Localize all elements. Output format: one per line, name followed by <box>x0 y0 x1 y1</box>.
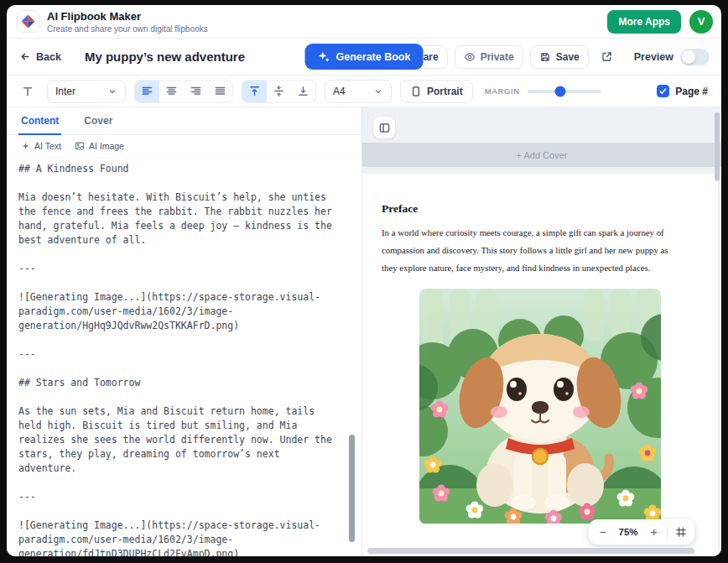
font-family-value: Inter <box>55 86 75 97</box>
external-link-icon <box>601 50 613 63</box>
sparkle-icon <box>21 142 30 151</box>
align-right-button[interactable] <box>184 81 208 102</box>
align-left-button[interactable] <box>135 81 159 102</box>
tab-cover[interactable]: Cover <box>84 115 112 134</box>
image-icon <box>75 141 85 151</box>
save-label: Save <box>556 51 580 63</box>
text-style-button[interactable] <box>17 81 39 102</box>
check-icon <box>658 86 668 96</box>
vertical-align-group <box>242 80 316 103</box>
puppy-illustration-svg <box>419 289 661 524</box>
valign-top-button[interactable] <box>242 81 267 102</box>
editor-tab-bar: Content Cover <box>7 107 361 135</box>
preview-toggle-group: Preview <box>634 49 710 65</box>
zoom-in-button[interactable]: + <box>643 521 664 543</box>
editor-block: ![Generating Image...](https://space-sto… <box>18 290 337 333</box>
generate-book-label: Generate Book <box>336 51 411 63</box>
valign-bottom-icon <box>297 85 309 97</box>
generate-book-button[interactable]: Generate Book <box>305 44 424 70</box>
preview-pane: + Add Cover Preface In a world where cur… <box>362 107 721 556</box>
ai-text-label: AI Text <box>34 141 61 151</box>
page-body: In a world where curiosity meets courage… <box>382 224 682 277</box>
align-center-icon <box>165 85 178 97</box>
fit-to-page-button[interactable] <box>670 521 691 543</box>
font-family-select[interactable]: Inter <box>47 80 126 103</box>
preview-toggle[interactable] <box>680 49 710 65</box>
editor-block: As the sun sets, Mia and Biscuit return … <box>18 404 337 476</box>
editor-block: ![Generating Image...](https://space-sto… <box>18 519 337 556</box>
open-external-button[interactable] <box>595 45 619 69</box>
book-panel-icon <box>378 122 391 134</box>
private-label: Private <box>481 51 514 63</box>
zoom-out-button[interactable]: − <box>592 521 613 543</box>
page-number-control: Page # <box>657 85 711 97</box>
header-right: More Apps V <box>607 10 713 34</box>
tab-content[interactable]: Content <box>21 115 59 134</box>
ai-text-button[interactable]: AI Text <box>21 141 61 151</box>
orientation-button[interactable]: Portrait <box>400 80 473 103</box>
preview-vertical-scrollbar[interactable] <box>715 112 720 181</box>
text-style-icon <box>21 85 34 98</box>
ai-toolbar: AI Text AI Image <box>7 135 361 158</box>
margin-slider[interactable] <box>528 90 601 93</box>
back-button[interactable]: Back <box>18 50 61 63</box>
margin-control: MARGIN <box>485 86 601 96</box>
preview-label: Preview <box>634 51 673 63</box>
toggle-knob <box>682 50 695 64</box>
zoom-controls: − 75% + <box>589 519 694 545</box>
user-avatar[interactable]: V <box>689 10 713 34</box>
page-size-select[interactable]: A4 <box>325 80 392 103</box>
align-left-icon <box>141 85 153 97</box>
align-justify-icon <box>214 85 226 97</box>
valign-bottom-button[interactable] <box>291 81 315 102</box>
valign-middle-button[interactable] <box>267 81 291 102</box>
valign-top-icon <box>248 85 261 97</box>
align-right-icon <box>190 85 202 97</box>
ai-image-label: AI Image <box>89 141 124 151</box>
align-center-button[interactable] <box>159 81 184 102</box>
book-page: Preface In a world where curiosity meets… <box>362 174 718 556</box>
private-button[interactable]: Private <box>455 45 523 69</box>
document-actions: Share Private Save <box>384 45 710 69</box>
main-area: Content Cover AI Text <box>7 107 721 556</box>
editor-block: --- <box>18 347 337 362</box>
editor-block: --- <box>18 262 337 276</box>
zoom-divider <box>667 525 668 539</box>
document-title: My puppy’s new adventure <box>85 50 245 64</box>
eye-icon <box>464 51 476 63</box>
sparkles-icon <box>318 50 330 63</box>
app-window: AI Flipbook Maker Create and share your … <box>7 5 721 556</box>
back-label: Back <box>36 51 61 63</box>
toggle-pages-panel-button[interactable] <box>373 117 395 138</box>
editor-block: Mia doesn’t hesitate. With Biscuit’s hel… <box>18 190 337 248</box>
margin-label: MARGIN <box>485 86 520 96</box>
save-button[interactable]: Save <box>530 45 589 69</box>
more-apps-button[interactable]: More Apps <box>607 10 681 34</box>
app-subtitle: Create and share your own digital flipbo… <box>47 24 208 34</box>
preview-horizontal-scrollbar[interactable] <box>367 548 694 554</box>
puppy-illustration <box>419 289 661 524</box>
align-justify-button[interactable] <box>208 81 232 102</box>
markdown-editor[interactable]: ## A Kindness Found Mia doesn’t hesitate… <box>7 158 351 556</box>
ai-image-button[interactable]: AI Image <box>75 141 124 151</box>
app-title: AI Flipbook Maker <box>47 10 208 23</box>
editor-block: ## Stars and Tomorrow <box>18 376 337 390</box>
document-toolbar: Back My puppy’s new adventure Generate B… <box>7 39 721 76</box>
page-number-label: Page # <box>675 86 708 97</box>
screen: AI Flipbook Maker Create and share your … <box>0 0 728 563</box>
page-number-checkbox[interactable] <box>657 85 669 97</box>
editor-block: ## A Kindness Found <box>18 162 337 176</box>
page-heading: Preface <box>382 202 698 216</box>
book-page-content: Preface In a world where curiosity meets… <box>362 174 718 524</box>
chevron-down-icon <box>107 86 117 96</box>
portrait-page-icon <box>410 86 422 97</box>
margin-slider-knob[interactable] <box>555 86 566 96</box>
app-titles: AI Flipbook Maker Create and share your … <box>47 10 208 34</box>
editor-block: --- <box>18 490 337 504</box>
editor-scrollbar[interactable] <box>349 435 355 542</box>
zoom-level: 75% <box>613 527 643 537</box>
add-cover-button[interactable]: + Add Cover <box>362 143 721 167</box>
chevron-down-icon <box>373 86 383 96</box>
arrow-left-icon <box>18 50 31 63</box>
orientation-label: Portrait <box>427 86 463 97</box>
